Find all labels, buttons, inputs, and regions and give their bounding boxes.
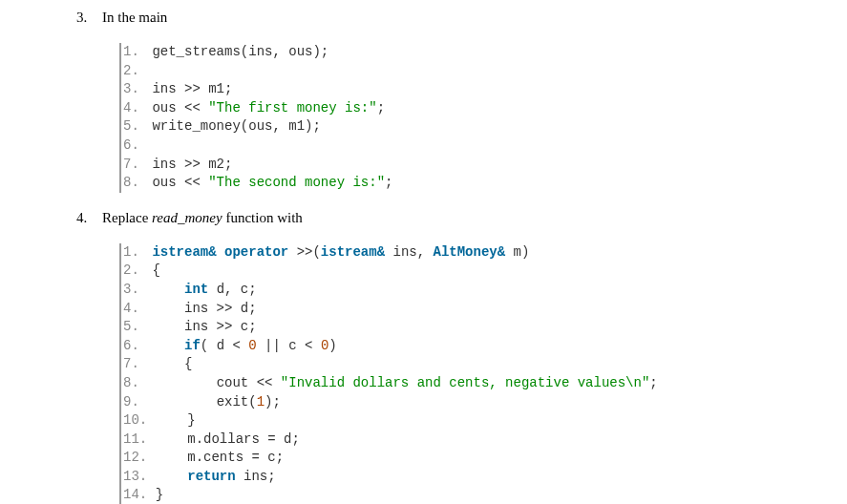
token-str: "The second money is:" <box>208 175 385 190</box>
token-ident: cout << <box>217 375 281 390</box>
code-line: 13. return ins; <box>121 468 799 487</box>
token-op: m) <box>505 244 529 260</box>
code-line: 8. ous << "The second money is:"; <box>121 174 799 193</box>
code-content: { <box>144 356 192 371</box>
line-number: 2. <box>121 62 144 81</box>
line-number: 8. <box>121 174 144 193</box>
code-line: 7. { <box>121 355 799 374</box>
token-kw: if <box>184 338 201 353</box>
code-line: 6. if( d < 0 || c < 0) <box>121 337 799 356</box>
token-op: { <box>184 356 192 371</box>
token-op: (ous, m1); <box>241 118 321 134</box>
token-op: || c < <box>257 338 321 353</box>
code-line: 4. ins >> d; <box>121 300 799 319</box>
code-content: return ins; <box>147 469 275 484</box>
code-line: 2. <box>121 62 799 81</box>
code-line: 1. istream& operator >>(istream& ins, Al… <box>121 243 799 262</box>
token-op: d, c; <box>208 282 256 297</box>
code-line: 12. m.cents = c; <box>121 449 799 468</box>
token-op: ins, <box>385 244 433 260</box>
token-ident: ins >> d; <box>184 301 257 316</box>
token-op: >>( <box>288 244 321 260</box>
token-op: ) <box>328 338 336 353</box>
token-str: "Invalid dollars and cents, negative val… <box>281 375 649 390</box>
section-3-text: In the main <box>102 10 167 25</box>
token-ident: ous << <box>152 175 208 190</box>
line-number: 6. <box>121 136 144 156</box>
code-content: ous << "The first money is:"; <box>144 100 385 116</box>
code-content: } <box>147 412 195 428</box>
code-content: write_money(ous, m1); <box>144 118 321 134</box>
section-4-heading: 4. Replace read_money function with <box>76 210 799 226</box>
code-content: ins >> c; <box>144 319 257 334</box>
token-op: } <box>187 412 195 428</box>
token-num: 1 <box>257 394 265 410</box>
line-number: 8. <box>121 374 144 393</box>
code-content: ins >> d; <box>144 301 257 316</box>
token-op: ins; <box>236 469 276 484</box>
line-number: 4. <box>121 99 144 118</box>
code-content: cout << "Invalid dollars and cents, nega… <box>144 375 658 390</box>
token-type: istream& <box>152 244 224 260</box>
token-type: AltMoney& <box>434 244 506 260</box>
code-content <box>144 137 152 153</box>
code-line: 14. } <box>121 486 799 504</box>
code-line: 8. cout << "Invalid dollars and cents, n… <box>121 374 799 393</box>
token-fn: get_streams <box>152 44 240 59</box>
code-line: 10. } <box>121 411 799 430</box>
line-number: 11. <box>121 430 147 450</box>
code-line: 9. exit(1); <box>121 393 799 412</box>
token-kw: operator <box>224 244 288 260</box>
code-block-2: 1. istream& operator >>(istream& ins, Al… <box>119 243 799 504</box>
token-op: ( <box>248 394 256 410</box>
code-content: m.dollars = d; <box>147 431 300 447</box>
section-3-num: 3. <box>76 10 87 26</box>
code-content: if( d < 0 || c < 0) <box>144 338 337 353</box>
token-ident: m.dollars = d; <box>187 431 300 447</box>
token-str: "The first money is:" <box>208 100 376 116</box>
line-number: 3. <box>121 80 144 99</box>
token-op: ); <box>265 394 281 410</box>
token-ident: ous << <box>152 100 208 116</box>
code-content: ins >> m2; <box>144 157 232 172</box>
code-line: 11. m.dollars = d; <box>121 430 799 450</box>
section-4-text-after: function with <box>222 210 303 225</box>
section-4-italic: read_money <box>152 210 222 225</box>
line-number: 1. <box>121 243 144 262</box>
token-kw: return <box>187 469 235 484</box>
code-line: 4. ous << "The first money is:"; <box>121 99 799 118</box>
code-line: 1. get_streams(ins, ous); <box>121 43 799 62</box>
code-content <box>144 63 152 78</box>
token-op: { <box>152 262 159 278</box>
token-op: ; <box>649 375 657 390</box>
code-line: 6. <box>121 136 799 156</box>
token-fn: write_money <box>152 118 240 134</box>
line-number: 7. <box>121 156 144 175</box>
code-line: 3. ins >> m1; <box>121 80 799 99</box>
token-op: ; <box>377 100 385 116</box>
token-fn: exit <box>217 394 249 410</box>
token-ident: m.cents = c; <box>187 450 284 465</box>
line-number: 5. <box>121 117 144 136</box>
code-line: 2. { <box>121 262 799 281</box>
token-op: ; <box>385 175 392 190</box>
section-3-heading: 3. In the main <box>76 10 799 26</box>
code-content: m.cents = c; <box>147 450 284 465</box>
section-4-num: 4. <box>76 210 87 226</box>
token-num: 0 <box>248 338 256 353</box>
line-number: 2. <box>121 262 144 281</box>
token-kw: int <box>184 282 208 297</box>
token-ident: ins >> m2; <box>152 157 232 172</box>
line-number: 3. <box>121 281 144 300</box>
code-content: } <box>147 487 163 502</box>
code-content: exit(1); <box>144 394 281 410</box>
line-number: 14. <box>121 486 147 504</box>
line-number: 4. <box>121 300 144 319</box>
line-number: 6. <box>121 337 144 356</box>
code-line: 3. int d, c; <box>121 281 799 300</box>
token-op: (ins, ous); <box>241 44 328 59</box>
token-type: istream& <box>321 244 385 260</box>
code-line: 5. ins >> c; <box>121 318 799 337</box>
code-content: ous << "The second money is:"; <box>144 175 392 190</box>
code-block-1: 1. get_streams(ins, ous);2. 3. ins >> m1… <box>119 43 799 193</box>
